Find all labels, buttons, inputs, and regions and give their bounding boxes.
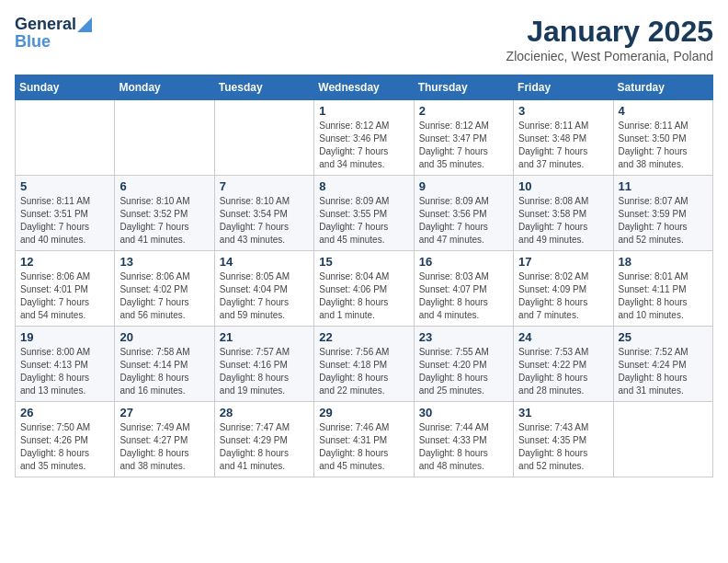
- calendar-subtitle: Zlocieniec, West Pomerania, Poland: [506, 49, 713, 63]
- day-number: 23: [419, 330, 508, 344]
- calendar-cell: 15Sunrise: 8:04 AMSunset: 4:06 PMDayligh…: [314, 251, 414, 327]
- day-info: Sunrise: 8:12 AMSunset: 3:47 PMDaylight:…: [419, 120, 508, 171]
- day-info: Sunrise: 8:09 AMSunset: 3:55 PMDaylight:…: [319, 195, 408, 247]
- week-row-5: 26Sunrise: 7:50 AMSunset: 4:26 PMDayligh…: [16, 402, 713, 477]
- weekday-header-wednesday: Wednesday: [314, 75, 414, 100]
- calendar-cell: 21Sunrise: 7:57 AMSunset: 4:16 PMDayligh…: [214, 327, 313, 402]
- calendar-cell: [16, 100, 115, 176]
- calendar-cell: 1Sunrise: 8:12 AMSunset: 3:46 PMDaylight…: [314, 100, 414, 176]
- day-info: Sunrise: 8:05 AMSunset: 4:04 PMDaylight:…: [220, 270, 309, 322]
- calendar-cell: 3Sunrise: 8:11 AMSunset: 3:48 PMDaylight…: [514, 100, 613, 176]
- calendar-title: January 2025: [506, 15, 713, 49]
- week-row-1: 1Sunrise: 8:12 AMSunset: 3:46 PMDaylight…: [16, 100, 713, 176]
- day-number: 24: [518, 330, 608, 344]
- calendar-cell: 31Sunrise: 7:43 AMSunset: 4:35 PMDayligh…: [514, 402, 613, 477]
- calendar-cell: 18Sunrise: 8:01 AMSunset: 4:11 PMDayligh…: [613, 251, 712, 327]
- calendar-cell: 9Sunrise: 8:09 AMSunset: 3:56 PMDaylight…: [414, 176, 513, 251]
- day-info: Sunrise: 7:46 AMSunset: 4:31 PMDaylight:…: [319, 421, 408, 473]
- logo-blue: Blue: [15, 32, 92, 52]
- day-number: 1: [319, 104, 408, 118]
- calendar-table: SundayMondayTuesdayWednesdayThursdayFrid…: [15, 75, 713, 477]
- day-info: Sunrise: 8:10 AMSunset: 3:54 PMDaylight:…: [220, 195, 309, 247]
- calendar-cell: 28Sunrise: 7:47 AMSunset: 4:29 PMDayligh…: [214, 402, 313, 477]
- day-info: Sunrise: 8:06 AMSunset: 4:02 PMDaylight:…: [119, 270, 209, 322]
- calendar-cell: 16Sunrise: 8:03 AMSunset: 4:07 PMDayligh…: [414, 251, 513, 327]
- day-info: Sunrise: 7:58 AMSunset: 4:14 PMDaylight:…: [119, 346, 209, 397]
- calendar-cell: 13Sunrise: 8:06 AMSunset: 4:02 PMDayligh…: [115, 251, 214, 327]
- day-number: 16: [419, 255, 508, 269]
- day-number: 15: [319, 255, 408, 269]
- week-row-3: 12Sunrise: 8:06 AMSunset: 4:01 PMDayligh…: [16, 251, 713, 327]
- day-number: 10: [518, 179, 608, 193]
- calendar-cell: 22Sunrise: 7:56 AMSunset: 4:18 PMDayligh…: [314, 327, 414, 402]
- logo: General Blue: [15, 15, 92, 51]
- logo-icon: [77, 14, 92, 32]
- day-number: 17: [518, 255, 608, 269]
- day-number: 30: [419, 406, 508, 419]
- day-number: 27: [119, 406, 209, 419]
- week-row-4: 19Sunrise: 8:00 AMSunset: 4:13 PMDayligh…: [16, 327, 713, 402]
- day-number: 7: [220, 179, 309, 193]
- calendar-cell: 29Sunrise: 7:46 AMSunset: 4:31 PMDayligh…: [314, 402, 414, 477]
- day-number: 18: [619, 255, 708, 269]
- calendar-cell: 6Sunrise: 8:10 AMSunset: 3:52 PMDaylight…: [115, 176, 214, 251]
- day-number: 4: [619, 104, 708, 118]
- calendar-cell: [613, 402, 712, 477]
- day-number: 8: [319, 179, 408, 193]
- day-info: Sunrise: 7:55 AMSunset: 4:20 PMDaylight:…: [419, 346, 508, 397]
- calendar-cell: 8Sunrise: 8:09 AMSunset: 3:55 PMDaylight…: [314, 176, 414, 251]
- day-info: Sunrise: 8:12 AMSunset: 3:46 PMDaylight:…: [319, 120, 408, 171]
- calendar-cell: 7Sunrise: 8:10 AMSunset: 3:54 PMDaylight…: [214, 176, 313, 251]
- weekday-header-row: SundayMondayTuesdayWednesdayThursdayFrid…: [16, 75, 713, 100]
- day-number: 21: [220, 330, 309, 344]
- calendar-cell: 4Sunrise: 8:11 AMSunset: 3:50 PMDaylight…: [613, 100, 712, 176]
- day-info: Sunrise: 8:02 AMSunset: 4:09 PMDaylight:…: [518, 270, 608, 322]
- day-number: 14: [220, 255, 309, 269]
- calendar-cell: 17Sunrise: 8:02 AMSunset: 4:09 PMDayligh…: [514, 251, 613, 327]
- svg-marker-0: [77, 17, 92, 32]
- day-number: 12: [20, 255, 109, 269]
- day-number: 3: [518, 104, 608, 118]
- calendar-cell: 26Sunrise: 7:50 AMSunset: 4:26 PMDayligh…: [16, 402, 115, 477]
- day-number: 22: [319, 330, 408, 344]
- day-info: Sunrise: 8:08 AMSunset: 3:58 PMDaylight:…: [518, 195, 608, 247]
- day-number: 26: [20, 406, 109, 419]
- calendar-cell: 19Sunrise: 8:00 AMSunset: 4:13 PMDayligh…: [16, 327, 115, 402]
- day-info: Sunrise: 8:03 AMSunset: 4:07 PMDaylight:…: [419, 270, 508, 322]
- calendar-cell: 5Sunrise: 8:11 AMSunset: 3:51 PMDaylight…: [16, 176, 115, 251]
- calendar-cell: 2Sunrise: 8:12 AMSunset: 3:47 PMDaylight…: [414, 100, 513, 176]
- weekday-header-saturday: Saturday: [613, 75, 712, 100]
- calendar-cell: 23Sunrise: 7:55 AMSunset: 4:20 PMDayligh…: [414, 327, 513, 402]
- calendar-cell: 11Sunrise: 8:07 AMSunset: 3:59 PMDayligh…: [613, 176, 712, 251]
- day-info: Sunrise: 8:10 AMSunset: 3:52 PMDaylight:…: [119, 195, 209, 247]
- weekday-header-friday: Friday: [514, 75, 613, 100]
- day-info: Sunrise: 8:09 AMSunset: 3:56 PMDaylight:…: [419, 195, 508, 247]
- calendar-cell: 27Sunrise: 7:49 AMSunset: 4:27 PMDayligh…: [115, 402, 214, 477]
- day-number: 11: [619, 179, 708, 193]
- day-number: 2: [419, 104, 508, 118]
- day-info: Sunrise: 7:50 AMSunset: 4:26 PMDaylight:…: [20, 421, 109, 473]
- calendar-cell: 24Sunrise: 7:53 AMSunset: 4:22 PMDayligh…: [514, 327, 613, 402]
- day-number: 20: [119, 330, 209, 344]
- day-info: Sunrise: 7:44 AMSunset: 4:33 PMDaylight:…: [419, 421, 508, 473]
- day-info: Sunrise: 8:11 AMSunset: 3:48 PMDaylight:…: [518, 120, 608, 171]
- day-info: Sunrise: 7:47 AMSunset: 4:29 PMDaylight:…: [220, 421, 309, 473]
- day-info: Sunrise: 7:56 AMSunset: 4:18 PMDaylight:…: [319, 346, 408, 397]
- calendar-cell: 14Sunrise: 8:05 AMSunset: 4:04 PMDayligh…: [214, 251, 313, 327]
- week-row-2: 5Sunrise: 8:11 AMSunset: 3:51 PMDaylight…: [16, 176, 713, 251]
- day-info: Sunrise: 7:57 AMSunset: 4:16 PMDaylight:…: [220, 346, 309, 397]
- day-info: Sunrise: 7:43 AMSunset: 4:35 PMDaylight:…: [518, 421, 608, 473]
- day-number: 28: [220, 406, 309, 419]
- day-info: Sunrise: 7:53 AMSunset: 4:22 PMDaylight:…: [518, 346, 608, 397]
- weekday-header-thursday: Thursday: [414, 75, 513, 100]
- page-header: General Blue January 2025 Zlocieniec, We…: [15, 15, 713, 63]
- day-number: 19: [20, 330, 109, 344]
- calendar-cell: [115, 100, 214, 176]
- weekday-header-tuesday: Tuesday: [214, 75, 313, 100]
- day-number: 31: [518, 406, 608, 419]
- weekday-header-sunday: Sunday: [16, 75, 115, 100]
- day-info: Sunrise: 7:52 AMSunset: 4:24 PMDaylight:…: [619, 346, 708, 397]
- calendar-cell: 30Sunrise: 7:44 AMSunset: 4:33 PMDayligh…: [414, 402, 513, 477]
- day-info: Sunrise: 7:49 AMSunset: 4:27 PMDaylight:…: [119, 421, 209, 473]
- day-number: 13: [119, 255, 209, 269]
